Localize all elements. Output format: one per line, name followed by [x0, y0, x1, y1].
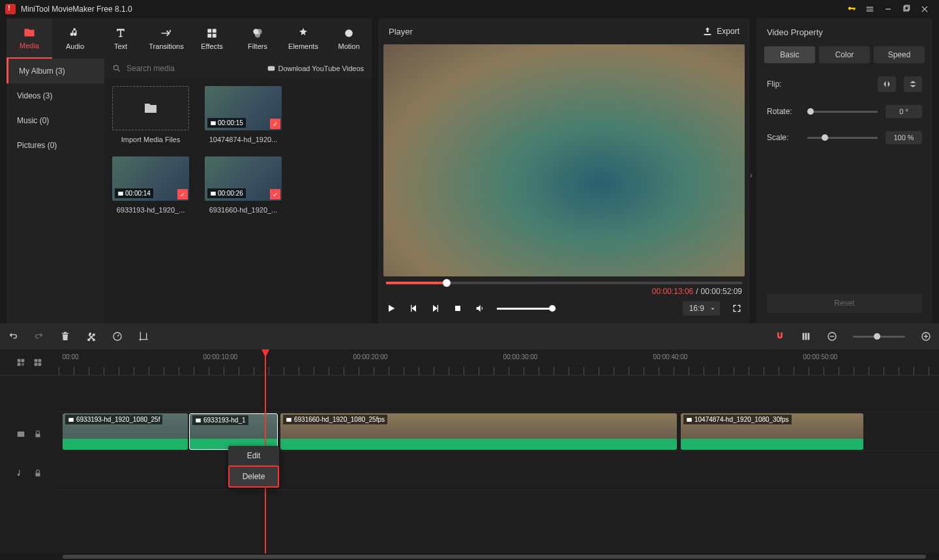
sidebar-item-album[interactable]: My Album (3) [7, 59, 104, 83]
minimize-icon[interactable] [879, 0, 897, 18]
tab-effects[interactable]: Effects [189, 18, 235, 59]
lock-icon[interactable] [33, 430, 42, 439]
close-icon[interactable] [916, 0, 934, 18]
app-title: MiniTool MovieMaker Free 8.1.0 [21, 5, 132, 14]
timeline-clip[interactable]: 6933193-hd_1920_1080_25f [63, 413, 188, 450]
svg-rect-5 [207, 34, 211, 38]
reset-button[interactable]: Reset [767, 293, 922, 313]
delete-button[interactable] [60, 331, 70, 342]
export-button[interactable]: Export [702, 26, 739, 37]
aspect-ratio-select[interactable]: 16:9 [683, 301, 720, 316]
video-track[interactable]: 6933193-hd_1920_1080_25f 6933193-hd_1 69… [59, 412, 939, 451]
svg-rect-4 [213, 29, 216, 33]
add-track-icon[interactable] [16, 358, 25, 367]
media-item[interactable]: 00:00:14✓ 6933193-hd_1920_... [112, 156, 189, 214]
next-frame-button[interactable] [430, 303, 441, 314]
flip-label: Flip: [767, 80, 799, 89]
sidebar-item-videos[interactable]: Videos (3) [7, 83, 104, 108]
svg-point-10 [345, 29, 353, 37]
track-align-button[interactable] [801, 331, 811, 342]
folder-icon [143, 100, 158, 116]
zoom-out-button[interactable] [827, 331, 837, 342]
app-logo-icon [5, 4, 16, 14]
context-delete[interactable]: Delete [228, 465, 279, 488]
sidebar-item-music[interactable]: Music (0) [7, 108, 104, 133]
rotate-value[interactable]: 0 ° [886, 105, 922, 118]
play-button[interactable] [386, 303, 396, 314]
media-item[interactable]: 00:00:15✓ 10474874-hd_1920... [205, 86, 282, 143]
split-button[interactable] [86, 331, 97, 342]
magnet-button[interactable] [775, 331, 785, 342]
timeline-clip[interactable]: 10474874-hd_1920_1080_30fps [681, 413, 863, 450]
svg-rect-6 [213, 34, 216, 38]
tab-media[interactable]: Media [7, 18, 52, 59]
sidebar-item-pictures[interactable]: Pictures (0) [7, 133, 104, 158]
timeline-ruler[interactable]: 00:00 00:00:10:00 00:00:20:00 00:00:30:0… [59, 349, 939, 376]
svg-rect-3 [207, 29, 211, 33]
svg-rect-32 [38, 362, 42, 366]
overlay-track[interactable] [59, 376, 939, 412]
speed-button[interactable] [112, 331, 123, 342]
scale-value[interactable]: 100 % [886, 131, 922, 144]
svg-rect-31 [35, 362, 38, 366]
zoom-in-button[interactable] [921, 331, 931, 342]
tab-transitions[interactable]: Transitions [143, 18, 189, 59]
prop-tab-basic[interactable]: Basic [764, 46, 815, 63]
svg-rect-1 [904, 7, 908, 11]
svg-rect-38 [286, 418, 291, 422]
zoom-slider[interactable] [853, 336, 905, 338]
svg-rect-36 [68, 418, 74, 422]
menu-icon[interactable] [861, 0, 879, 18]
svg-rect-12 [267, 66, 275, 71]
search-icon [112, 64, 121, 73]
video-preview[interactable] [383, 44, 745, 276]
track-manager-icon[interactable] [33, 358, 42, 367]
svg-rect-39 [687, 418, 692, 422]
lock-icon[interactable] [33, 469, 42, 478]
tab-text[interactable]: Text [98, 18, 143, 59]
prop-tab-color[interactable]: Color [819, 46, 870, 63]
progress-bar[interactable] [386, 282, 742, 284]
stop-button[interactable] [453, 303, 463, 314]
fullscreen-button[interactable] [732, 303, 742, 314]
svg-point-9 [255, 32, 260, 37]
video-track-icon [16, 430, 25, 439]
svg-point-11 [113, 65, 118, 70]
flip-vertical-button[interactable] [904, 76, 922, 92]
tab-filters[interactable]: Filters [235, 18, 280, 59]
svg-rect-35 [36, 473, 40, 476]
rotate-slider[interactable] [807, 111, 878, 113]
redo-button[interactable] [34, 331, 44, 342]
prop-tab-speed[interactable]: Speed [874, 46, 925, 63]
crop-button[interactable] [138, 331, 149, 342]
volume-slider[interactable] [497, 308, 556, 310]
film-icon [210, 120, 216, 126]
undo-button[interactable] [8, 331, 18, 342]
tab-audio[interactable]: Audio [52, 18, 98, 59]
collapse-panel-icon[interactable]: › [750, 171, 753, 180]
volume-icon[interactable] [475, 303, 485, 314]
media-item[interactable]: 00:00:26✓ 6931660-hd_1920_... [205, 156, 282, 214]
current-time: 00:00:13:06 [652, 287, 693, 296]
chevron-down-icon [709, 306, 716, 312]
media-grid: Import Media Files 00:00:15✓ 10474874-hd… [104, 78, 372, 222]
timeline-scrollbar[interactable] [0, 553, 939, 560]
prev-frame-button[interactable] [408, 303, 419, 314]
tab-motion[interactable]: Motion [326, 18, 372, 59]
svg-rect-25 [925, 334, 926, 339]
svg-rect-26 [18, 359, 21, 362]
svg-rect-2 [905, 5, 910, 10]
svg-rect-30 [38, 359, 42, 362]
context-edit[interactable]: Edit [228, 446, 279, 465]
download-youtube-link[interactable]: Download YouTube Videos [267, 64, 365, 73]
license-key-icon[interactable] [842, 0, 861, 18]
maximize-icon[interactable] [897, 0, 916, 18]
flip-horizontal-button[interactable] [878, 76, 896, 92]
properties-panel: › Video Property Basic Color Speed Flip:… [756, 18, 932, 323]
import-media-button[interactable]: Import Media Files [112, 86, 189, 143]
tab-elements[interactable]: Elements [280, 18, 326, 59]
timeline-clip[interactable]: 6931660-hd_1920_1080_25fps [280, 413, 677, 450]
scale-slider[interactable] [807, 137, 878, 139]
audio-track[interactable] [59, 451, 939, 490]
search-input[interactable] [127, 64, 261, 73]
